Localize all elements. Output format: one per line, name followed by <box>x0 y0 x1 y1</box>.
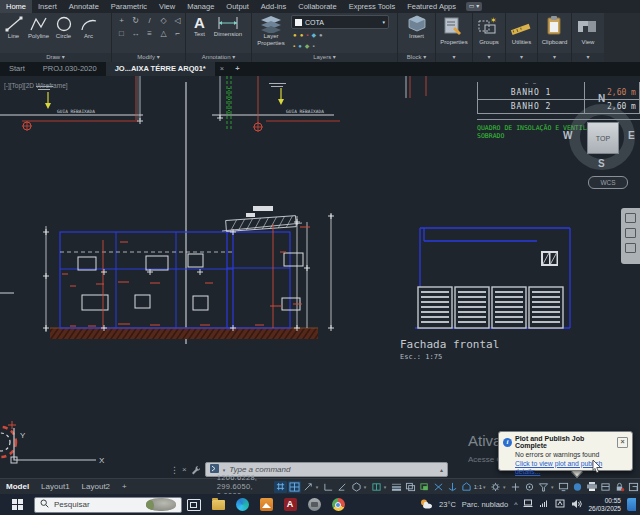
snap-mode-icon[interactable] <box>274 481 287 493</box>
zoom-extents-icon[interactable] <box>625 228 636 238</box>
panel-label-annotation[interactable]: Annotation ▾ <box>186 53 251 62</box>
layer-lock-icon[interactable]: ▪ <box>306 32 308 38</box>
layout2-tab[interactable]: Layout2 <box>76 479 116 494</box>
ribbon-tab-view[interactable]: View <box>153 0 181 13</box>
task-view-button[interactable] <box>182 494 206 515</box>
panel-label-modify[interactable]: Modify ▾ <box>112 53 185 62</box>
properties-icon[interactable] <box>441 15 467 39</box>
rotate-icon[interactable]: ↻ <box>129 15 142 27</box>
ortho-mode-icon[interactable] <box>322 481 335 493</box>
viewcube-north[interactable]: N <box>598 93 605 104</box>
viewcube-south[interactable]: S <box>598 158 605 169</box>
array-icon[interactable]: ≡ <box>143 28 156 40</box>
circle-tool[interactable]: Circle <box>52 15 75 40</box>
text-tool[interactable]: A Text <box>188 15 211 38</box>
mirror-icon[interactable]: ◁ <box>171 15 184 27</box>
layer-isolate-icon[interactable]: ◆ <box>311 32 316 38</box>
layout1-tab[interactable]: Layout1 <box>35 479 75 494</box>
taskbar-search[interactable]: Pesquisar <box>34 497 182 513</box>
file-explorer-button[interactable] <box>206 494 230 515</box>
new-drawing-icon[interactable]: + <box>229 62 245 76</box>
viewer-app-button[interactable] <box>302 494 326 515</box>
ribbon-tab-home[interactable]: Home <box>0 0 32 13</box>
ribbon-tab-parametric[interactable]: Parametric <box>105 0 153 13</box>
transparency-icon[interactable] <box>404 481 417 493</box>
model-tab[interactable]: Model <box>0 479 35 494</box>
layer-merge-icon[interactable]: ▪ <box>312 43 314 49</box>
command-expand-icon[interactable]: ▴ <box>440 466 443 473</box>
chevron-down-icon[interactable]: ▾ <box>316 484 321 490</box>
layer-freeze-icon[interactable]: ● <box>300 32 304 38</box>
chevron-down-icon[interactable]: ▾ <box>551 484 556 490</box>
file-tab-start[interactable]: Start <box>0 62 34 76</box>
tray-network-icon[interactable] <box>539 499 549 510</box>
pan-icon[interactable] <box>625 213 636 223</box>
hardware-acceleration-icon[interactable] <box>571 481 584 493</box>
notification-center-icon[interactable] <box>627 498 636 511</box>
layer-prev-icon[interactable]: ● <box>298 43 302 49</box>
annotation-visibility-icon[interactable] <box>460 481 473 493</box>
panel-label-view[interactable]: ▾ <box>572 53 604 62</box>
panel-label-groups[interactable]: ▾ <box>473 53 505 62</box>
ribbon-display-toggle-icon[interactable]: ▭ ▾ <box>466 2 482 11</box>
chevron-down-icon[interactable]: ▾ <box>483 484 488 490</box>
ribbon-tab-annotate[interactable]: Annotate <box>63 0 105 13</box>
weather-icon[interactable] <box>419 498 433 512</box>
line-tool[interactable]: Line <box>2 15 25 40</box>
dynamic-ucs-icon[interactable] <box>446 481 459 493</box>
layer-selector[interactable]: COTA ▾ <box>291 15 389 29</box>
layer-match-icon[interactable]: ▪ <box>293 43 295 49</box>
wcs-menu[interactable]: WCS <box>588 176 628 189</box>
chevron-down-icon[interactable]: ▾ <box>364 484 369 490</box>
3d-object-snap-icon[interactable] <box>432 481 445 493</box>
clipboard-icon[interactable] <box>542 15 568 39</box>
tray-expand-icon[interactable]: ^ <box>514 501 517 508</box>
layer-properties-tool[interactable]: Layer Properties <box>255 15 287 51</box>
selection-filtering-icon[interactable] <box>537 481 550 493</box>
panel-label-layers[interactable]: Layers ▾ <box>252 53 397 62</box>
object-snap-icon[interactable] <box>370 481 383 493</box>
command-close-icon[interactable]: × <box>182 465 187 474</box>
isometric-drafting-icon[interactable] <box>350 481 363 493</box>
file-tab-drawing1[interactable]: PROJ.030-2020 <box>34 62 106 76</box>
start-button[interactable] <box>0 494 34 515</box>
view-icon[interactable] <box>575 15 601 39</box>
polar-tracking-icon[interactable] <box>336 481 349 493</box>
utilities-icon[interactable] <box>509 15 535 39</box>
trim-icon[interactable]: / <box>143 15 156 27</box>
panel-label-draw[interactable]: Draw ▾ <box>0 53 111 62</box>
ribbon-tab-collaborate[interactable]: Collaborate <box>292 0 342 13</box>
isolate-objects-icon[interactable] <box>523 481 536 493</box>
notification-close-icon[interactable]: × <box>617 437 628 448</box>
chevron-down-icon[interactable]: ▾ <box>384 484 389 490</box>
add-status-icon[interactable] <box>509 481 522 493</box>
file-tab-drawing2-active[interactable]: JO...AIXA TÉRRE ARQ01* <box>106 62 215 76</box>
tray-device-icon[interactable] <box>523 499 533 510</box>
panel-label-block[interactable]: Block ▾ <box>398 53 435 62</box>
panel-label-utilities[interactable]: ▾ <box>506 53 537 62</box>
layer-walk-icon[interactable]: ◆ <box>305 43 310 49</box>
edge-button[interactable] <box>230 494 254 515</box>
ribbon-tab-output[interactable]: Output <box>220 0 255 13</box>
quick-properties-icon[interactable] <box>599 481 612 493</box>
annotation-scale-value[interactable]: 1:1 <box>474 484 482 490</box>
layer-on-icon[interactable]: ● <box>293 32 297 38</box>
viewcube-top-face[interactable]: TOP <box>587 122 619 154</box>
lineweight-icon[interactable] <box>390 481 403 493</box>
plot-icon[interactable] <box>585 481 598 493</box>
insert-tool[interactable]: Insert <box>405 15 428 40</box>
move-icon[interactable]: + <box>115 15 128 27</box>
polyline-tool[interactable]: Polyline <box>27 15 50 40</box>
fillet-icon[interactable]: ◇ <box>157 15 170 27</box>
ribbon-tab-addins[interactable]: Add-ins <box>255 0 292 13</box>
volume-icon[interactable] <box>571 499 582 511</box>
lock-ui-icon[interactable] <box>613 481 626 493</box>
clean-screen-icon[interactable] <box>627 481 640 493</box>
grid-display-icon[interactable] <box>288 481 301 493</box>
erase-icon[interactable]: ⌐ <box>171 28 184 40</box>
ribbon-tab-featured-apps[interactable]: Featured Apps <box>401 0 462 13</box>
ribbon-tab-express-tools[interactable]: Express Tools <box>343 0 402 13</box>
command-wrench-icon[interactable] <box>191 461 201 479</box>
navigation-bar[interactable] <box>621 208 640 264</box>
annotation-monitor-icon[interactable] <box>557 481 570 493</box>
